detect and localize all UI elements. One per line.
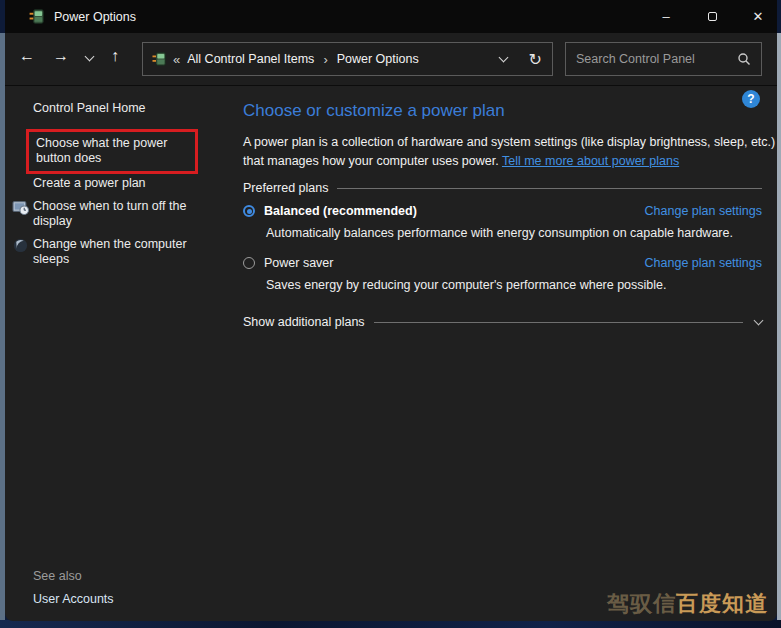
address-dropdown-chevron-icon[interactable] bbox=[498, 53, 508, 63]
preferred-plans-section: Preferred plans bbox=[243, 181, 762, 195]
search-icon[interactable] bbox=[737, 52, 751, 66]
close-button[interactable]: ✕ bbox=[735, 0, 777, 33]
maximize-icon bbox=[708, 12, 717, 21]
window-body: Control Panel Home Choose what the power… bbox=[5, 87, 777, 621]
power-options-window: Power Options – ✕ ← → ↑ « bbox=[5, 0, 777, 621]
plan-name: Power saver bbox=[264, 256, 333, 270]
change-plan-settings-link-power-saver[interactable]: Change plan settings bbox=[645, 256, 762, 270]
address-bar[interactable]: « All Control Panel Items › Power Option… bbox=[142, 42, 553, 76]
sidebar-item-create-power-plan[interactable]: Create a power plan bbox=[33, 176, 205, 191]
screenshot-stage: Power Options – ✕ ← → ↑ « bbox=[0, 0, 781, 628]
annotation-red-box: Choose what the power button does bbox=[26, 129, 198, 174]
page-title: Choose or customize a power plan bbox=[243, 101, 505, 121]
watermark-brand: 百度知道 bbox=[676, 591, 768, 616]
see-also-label: See also bbox=[33, 569, 82, 583]
search-box[interactable]: Search Control Panel bbox=[565, 42, 762, 76]
navigation-bar: ← → ↑ « All Control Panel Items › Power … bbox=[5, 33, 777, 86]
help-icon[interactable]: ? bbox=[742, 90, 760, 108]
sidebar-item-user-accounts[interactable]: User Accounts bbox=[33, 592, 114, 606]
plan-description: Automatically balances performance with … bbox=[266, 226, 762, 240]
watermark-prefix: 驾驭信 bbox=[607, 591, 676, 616]
intro-paragraph: A power plan is a collection of hardware… bbox=[243, 133, 777, 171]
expand-chevron-icon[interactable] bbox=[754, 315, 764, 325]
sidebar-item-power-button[interactable]: Choose what the power button does bbox=[36, 136, 193, 166]
title-bar: Power Options – ✕ bbox=[5, 0, 777, 33]
show-additional-plans-label: Show additional plans bbox=[243, 315, 365, 329]
sidebar-item-computer-sleeps[interactable]: Change when the computer sleeps bbox=[33, 237, 205, 267]
breadcrumb-power-options[interactable]: Power Options bbox=[337, 52, 419, 66]
forward-icon[interactable]: → bbox=[53, 47, 69, 65]
tell-me-more-link[interactable]: Tell me more about power plans bbox=[502, 154, 679, 168]
sidebar-item-control-panel-home[interactable]: Control Panel Home bbox=[33, 101, 146, 115]
breadcrumb-overflow-icon[interactable]: « bbox=[173, 52, 180, 67]
preferred-plans-label: Preferred plans bbox=[243, 181, 328, 195]
sidebar: Control Panel Home Choose what the power… bbox=[5, 87, 239, 621]
recent-pages-chevron-icon[interactable] bbox=[85, 52, 95, 62]
sleep-sphere-icon bbox=[12, 237, 29, 254]
balanced-radio[interactable] bbox=[243, 205, 255, 217]
breadcrumb-all-control-panel-items[interactable]: All Control Panel Items bbox=[187, 52, 314, 66]
plan-row-balanced: Balanced (recommended) Change plan setti… bbox=[243, 204, 762, 218]
desktop-edge-bottom bbox=[0, 620, 781, 628]
plan-row-power-saver: Power saver Change plan settings bbox=[243, 256, 762, 270]
window-title: Power Options bbox=[54, 10, 136, 24]
power-options-icon bbox=[151, 51, 167, 67]
main-content: ? Choose or customize a power plan A pow… bbox=[243, 87, 762, 621]
expander-divider bbox=[374, 322, 743, 323]
watermark: 驾驭信百度知道 bbox=[607, 589, 768, 619]
power-saver-radio[interactable] bbox=[243, 257, 255, 269]
refresh-icon[interactable]: ↻ bbox=[529, 50, 542, 69]
display-clock-icon bbox=[12, 199, 29, 216]
search-input[interactable]: Search Control Panel bbox=[576, 52, 737, 66]
section-divider bbox=[337, 188, 762, 189]
up-icon[interactable]: ↑ bbox=[111, 47, 119, 65]
back-icon[interactable]: ← bbox=[19, 47, 35, 65]
power-options-icon bbox=[28, 8, 45, 25]
plan-description: Saves energy by reducing your computer's… bbox=[266, 278, 762, 292]
minimize-button[interactable]: – bbox=[643, 0, 689, 33]
show-additional-plans-expander[interactable]: Show additional plans bbox=[243, 315, 762, 329]
plan-name: Balanced (recommended) bbox=[264, 204, 417, 218]
sidebar-item-turn-off-display[interactable]: Choose when to turn off the display bbox=[33, 199, 205, 229]
breadcrumb-separator-icon: › bbox=[323, 52, 327, 67]
desktop-edge-right bbox=[777, 33, 781, 621]
change-plan-settings-link-balanced[interactable]: Change plan settings bbox=[645, 204, 762, 218]
maximize-button[interactable] bbox=[689, 0, 735, 33]
